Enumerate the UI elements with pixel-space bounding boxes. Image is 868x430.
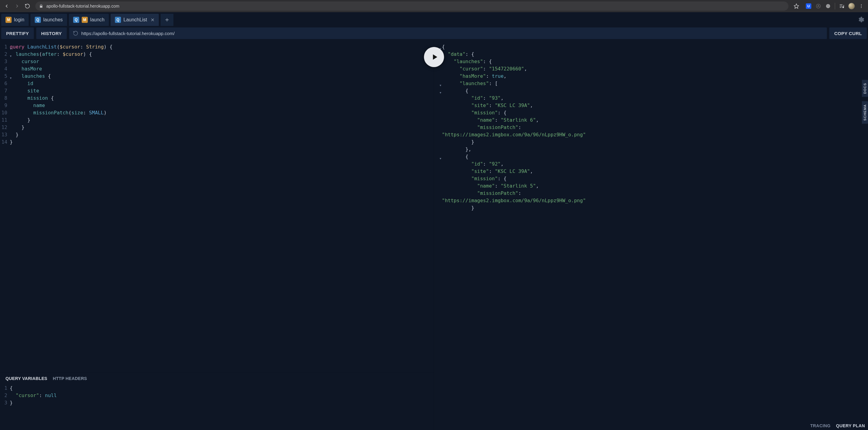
browser-omnibox[interactable] xyxy=(35,2,788,11)
tab-close-button[interactable]: ✕ xyxy=(151,17,155,23)
result-line: ▼ "launches": { xyxy=(436,58,868,65)
result-line: "site": "KSC LC 39A", xyxy=(436,168,868,175)
code-line: 10 missionPatch(size: SMALL) xyxy=(1,109,434,116)
browser-back-button[interactable] xyxy=(2,2,11,10)
code-line: 2▼ launches(after: $cursor) { xyxy=(1,51,434,58)
result-line: "site": "KSC LC 39A", xyxy=(436,102,868,109)
code-line: 3 cursor xyxy=(1,58,434,65)
arrow-right-icon xyxy=(14,3,20,9)
extension-a-icon[interactable] xyxy=(814,2,823,10)
extension-cookie-icon[interactable] xyxy=(824,2,832,10)
tab-label: LaunchList xyxy=(123,17,147,23)
browser-reload-button[interactable] xyxy=(23,2,32,10)
query-badge-icon: Q xyxy=(115,17,121,23)
result-viewer[interactable]: ▼{▼ "data": {▼ "launches": { "cursor": "… xyxy=(434,40,868,430)
result-line: ▼ { xyxy=(436,87,868,94)
variables-editor[interactable]: 1{2 "cursor": null3} xyxy=(0,383,434,430)
result-line: ▼ "data": { xyxy=(436,51,868,58)
result-line: "id": "93", xyxy=(436,94,868,102)
tab-label: launches xyxy=(43,17,63,23)
result-line: "name": "Starlink 5", xyxy=(436,182,868,190)
svg-point-3 xyxy=(828,5,829,5)
code-line: 4 hasMore xyxy=(1,65,434,73)
browser-profile-avatar[interactable] xyxy=(847,2,856,10)
svg-point-7 xyxy=(861,4,862,5)
settings-button[interactable] xyxy=(857,16,864,24)
operation-tab-launches[interactable]: Qlaunches xyxy=(30,14,67,26)
code-line: 1{ xyxy=(1,384,434,392)
toolbar: PRETTIFY HISTORY COPY CURL xyxy=(0,26,868,40)
tab-label: launch xyxy=(90,17,104,23)
result-pane: ▼{▼ "data": {▼ "launches": { "cursor": "… xyxy=(434,40,868,430)
query-editor-pane: 1▼query LaunchList($cursor: String) {2▼ … xyxy=(0,40,434,430)
code-line: 9 name xyxy=(1,102,434,109)
result-line: "missionPatch": xyxy=(436,124,868,131)
bookmark-star-button[interactable] xyxy=(792,2,801,10)
operation-tab-login[interactable]: Mlogin xyxy=(1,14,29,26)
shield-icon: U xyxy=(806,3,811,9)
plus-icon xyxy=(164,17,170,23)
svg-point-1 xyxy=(826,4,830,8)
tracing-tab[interactable]: TRACING xyxy=(810,423,831,428)
mutation-badge-icon: M xyxy=(5,17,11,23)
browser-forward-button[interactable] xyxy=(13,2,21,10)
endpoint-url-field[interactable] xyxy=(69,27,827,39)
endpoint-url-input[interactable] xyxy=(82,31,823,36)
browser-menu-button[interactable] xyxy=(857,2,866,10)
result-line: "id": "92", xyxy=(436,161,868,168)
svg-point-9 xyxy=(861,7,862,8)
music-list-icon xyxy=(839,3,844,9)
execute-button[interactable] xyxy=(424,47,444,67)
code-line: 7 site xyxy=(1,87,434,94)
tab-query-variables[interactable]: QUERY VARIABLES xyxy=(5,376,47,381)
browser-extensions: U xyxy=(803,2,866,10)
code-line: 8 mission { xyxy=(1,94,434,102)
code-line: 11 } xyxy=(1,116,434,124)
kebab-icon xyxy=(859,4,864,8)
result-line: "https://images2.imgbox.com/9a/96/nLppz9… xyxy=(436,131,868,139)
result-line: "mission": { xyxy=(436,109,868,116)
result-line: ▼ { xyxy=(436,153,868,161)
cookie-icon xyxy=(825,3,831,9)
endpoint-reload-icon xyxy=(73,30,78,36)
variables-panel: QUERY VARIABLES HTTP HEADERS 1{2 "cursor… xyxy=(0,372,434,430)
new-tab-button[interactable] xyxy=(161,14,174,26)
mutation-badge-icon: M xyxy=(82,17,88,23)
arrow-left-icon xyxy=(4,3,9,9)
operation-tab-launchlist[interactable]: QLaunchList✕ xyxy=(111,14,159,26)
lock-icon xyxy=(39,4,43,8)
schema-tab[interactable]: SCHEMA xyxy=(862,101,868,124)
main-split: 1▼query LaunchList($cursor: String) {2▼ … xyxy=(0,40,868,430)
tab-http-headers[interactable]: HTTP HEADERS xyxy=(53,376,87,381)
browser-url-input[interactable] xyxy=(46,4,785,8)
svg-point-4 xyxy=(828,6,829,7)
result-line: }, xyxy=(436,146,868,153)
side-rails: DOCS SCHEMA xyxy=(862,80,868,123)
star-icon xyxy=(794,3,799,9)
result-line: "https://images2.imgbox.com/9a/96/nLppz9… xyxy=(436,197,868,204)
result-line: } xyxy=(436,139,868,146)
prettify-button[interactable]: PRETTIFY xyxy=(1,27,34,39)
history-button[interactable]: HISTORY xyxy=(36,27,67,39)
gear-icon xyxy=(857,16,864,24)
tab-label: login xyxy=(14,17,24,23)
docs-tab[interactable]: DOCS xyxy=(862,80,868,97)
query-editor[interactable]: 1▼query LaunchList($cursor: String) {2▼ … xyxy=(0,40,434,372)
result-line: } xyxy=(436,204,868,212)
code-line: 13 } xyxy=(1,131,434,139)
play-icon xyxy=(431,53,439,61)
bitwarden-extension-icon[interactable]: U xyxy=(804,2,813,10)
result-line: "cursor": "1547220660", xyxy=(436,65,868,73)
result-line: "name": "Starlink 6", xyxy=(436,116,868,124)
query-plan-tab[interactable]: QUERY PLAN xyxy=(836,423,865,428)
graphql-playground: MloginQlaunchesQMlaunchQLaunchList✕ PRET… xyxy=(0,12,868,430)
code-line: 12 } xyxy=(1,124,434,131)
query-badge-icon: Q xyxy=(73,17,79,23)
code-line: 14} xyxy=(1,139,434,146)
operation-tab-launch[interactable]: QMlaunch xyxy=(69,14,109,26)
copy-curl-button[interactable]: COPY CURL xyxy=(829,27,867,39)
media-control-button[interactable] xyxy=(838,2,846,10)
operation-tabs: MloginQlaunchesQMlaunchQLaunchList✕ xyxy=(0,12,868,26)
code-line: 1▼query LaunchList($cursor: String) { xyxy=(1,43,434,51)
avatar-icon xyxy=(848,3,855,9)
